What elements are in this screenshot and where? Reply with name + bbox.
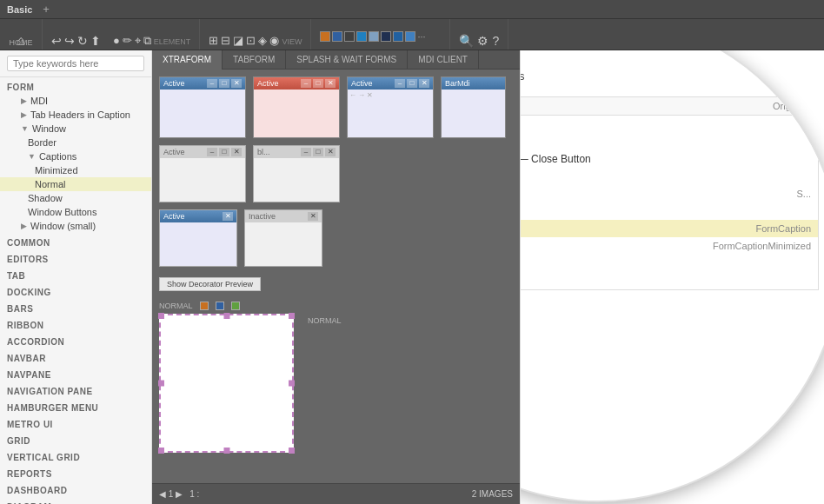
color-swatch1[interactable] (200, 302, 209, 310)
close-s1[interactable]: ✕ (223, 212, 233, 221)
sidebar-item-border[interactable]: Border (0, 136, 151, 149)
tab-splash[interactable]: SPLASH & WAIT FORMS (286, 50, 408, 70)
color2[interactable] (332, 31, 342, 42)
view-icon6[interactable]: ◉ (269, 34, 279, 47)
maximize-g1[interactable]: □ (219, 148, 229, 156)
color4[interactable] (356, 31, 367, 42)
maximize-b2[interactable]: □ (407, 79, 417, 88)
normal-rect[interactable] (159, 314, 294, 453)
minimize-g1[interactable]: – (207, 148, 217, 156)
close-button[interactable]: ✕ (231, 79, 242, 88)
sidebar-item-minimized[interactable]: Minimized (0, 163, 151, 177)
prop-caption[interactable]: Caption S... (520, 185, 818, 202)
section-window-small-row[interactable]: ▼ Window (small) (520, 168, 818, 185)
settings-icon[interactable]: ⚙ (477, 34, 488, 48)
minimize-button[interactable]: – (207, 79, 217, 88)
handle-tr[interactable] (289, 313, 295, 319)
sidebar-nav: FORM ▶ MDI ▶ Tab Headers in Caption ▼ Wi… (0, 77, 151, 504)
handle-tm[interactable] (223, 313, 229, 319)
handle-lm[interactable] (158, 381, 164, 387)
color3[interactable] (344, 31, 355, 42)
sidebar-item-window-buttons[interactable]: Window Buttons (0, 205, 151, 219)
minimize-g2[interactable]: – (301, 148, 311, 156)
view-label: VIEW (282, 37, 302, 46)
tab-tabform[interactable]: TABFORM (223, 50, 286, 70)
maximize-g2[interactable]: □ (313, 148, 323, 156)
section-form-row[interactable]: ▼ FORM (520, 116, 818, 133)
color1[interactable] (320, 31, 330, 42)
handle-br[interactable] (289, 448, 295, 454)
new-tab-button[interactable]: + (43, 3, 50, 16)
show-decorator-button[interactable]: Show Decorator Preview (159, 277, 261, 291)
color5[interactable] (369, 31, 379, 42)
section-ribbon: RIBBON (0, 315, 151, 332)
form-title-barmdi: BarMdi (442, 77, 505, 90)
form-body-g2 (254, 158, 339, 202)
sidebar-item-normal[interactable]: Normal (0, 177, 151, 191)
sidebar-item-mdi[interactable]: ▶ MDI (0, 94, 151, 108)
close-b2[interactable]: ✕ (419, 79, 429, 88)
expand-icon: ▼ (21, 124, 29, 133)
tab-xtraform[interactable]: XTRAFORM (152, 50, 223, 70)
pencil-icon[interactable]: ✏ (123, 34, 132, 47)
handle-bm[interactable] (223, 448, 229, 454)
search-icon[interactable]: 🔍 (459, 34, 474, 48)
redo-icon[interactable]: ↪ (64, 34, 75, 48)
sidebar-item-captions[interactable]: ▼ Captions (0, 149, 151, 163)
win-buttons-b2: – □ ✕ (395, 79, 429, 88)
color7[interactable] (393, 31, 403, 42)
sidebar: FORM ▶ MDI ▶ Tab Headers in Caption ▼ Wi… (0, 50, 152, 504)
handle-rm[interactable] (289, 381, 295, 387)
minimize-b2[interactable]: – (395, 79, 405, 88)
clone-icon[interactable]: ⧉ (143, 34, 151, 48)
help-icon[interactable]: ? (492, 34, 499, 48)
magnify-circle: form caption ✓ Elements Properties (520, 50, 824, 502)
form-title-text-s1: Active (163, 212, 185, 221)
close-g1[interactable]: ✕ (231, 148, 242, 156)
section-reports-row[interactable]: ▶ REPORTS (520, 255, 818, 272)
prop-normal[interactable]: Normal FormCaption (520, 220, 818, 237)
view-icon2[interactable]: ⊟ (221, 34, 230, 47)
section-window-captions-row[interactable]: ▼ Window → Captions (520, 202, 818, 220)
view-icon5[interactable]: ◈ (258, 34, 267, 47)
prop-tab-headers-close[interactable]: ▶ Tab Headers in Caption — Close Button (520, 150, 818, 168)
maximize-red[interactable]: □ (313, 79, 323, 88)
color8[interactable] (405, 31, 415, 42)
import-icon[interactable]: ⬆ (90, 34, 101, 48)
brush-icon[interactable]: ⌖ (135, 34, 141, 48)
section-ribbon-row[interactable]: ▶ RIBBON (520, 272, 818, 289)
sidebar-item-window-small[interactable]: ▶ Window (small) (0, 219, 151, 233)
select-icon[interactable]: ● (113, 34, 120, 47)
minimize-red[interactable]: – (301, 79, 311, 88)
handle-tl[interactable] (158, 313, 164, 319)
form-body-b2: ←→✕ (348, 90, 433, 137)
tab-mdi[interactable]: MDI CLIENT (408, 50, 479, 70)
view-icon4[interactable]: ⊡ (246, 34, 256, 47)
prop-minimized[interactable]: Minimized FormCaptionMinimized (520, 237, 818, 255)
color-swatch2[interactable] (216, 302, 224, 310)
handle-bl[interactable] (158, 448, 164, 454)
props-table-container: Name Origi ▼ FORM ▶ Tab Headers in Capti… (520, 96, 819, 290)
prop-label-thcb: Tab Headers in Caption — Close Button (520, 153, 591, 165)
close-s2[interactable]: ✕ (308, 212, 318, 221)
view-icon3[interactable]: ◪ (233, 34, 243, 47)
canvas-content: Active – □ ✕ Active – (152, 70, 520, 504)
refresh-icon[interactable]: ↻ (77, 34, 88, 48)
ellipsis-icon[interactable]: ··· (417, 31, 425, 42)
sidebar-item-tab-headers[interactable]: ▶ Tab Headers in Caption (0, 108, 151, 122)
close-g2[interactable]: ✕ (325, 148, 336, 156)
properties-checkbox[interactable]: Properties (520, 70, 524, 83)
close-red[interactable]: ✕ (325, 79, 336, 88)
section-hamburger: HAMBURGER MENU (0, 398, 151, 414)
undo-icon[interactable]: ↩ (51, 34, 62, 48)
color-swatch3[interactable] (231, 302, 240, 310)
normal-header: NORMAL (159, 302, 513, 310)
color6[interactable] (381, 31, 391, 42)
maximize-button[interactable]: □ (219, 79, 229, 88)
grid-icon[interactable]: ⊞ (209, 34, 218, 47)
sidebar-item-shadow[interactable]: Shadow (0, 191, 151, 205)
sidebar-item-window[interactable]: ▼ Window (0, 122, 151, 136)
search-input[interactable] (7, 56, 144, 71)
prop-tab-headers-caption[interactable]: ▶ Tab Headers in Caption (520, 133, 818, 150)
form-body-s1 (160, 222, 236, 266)
